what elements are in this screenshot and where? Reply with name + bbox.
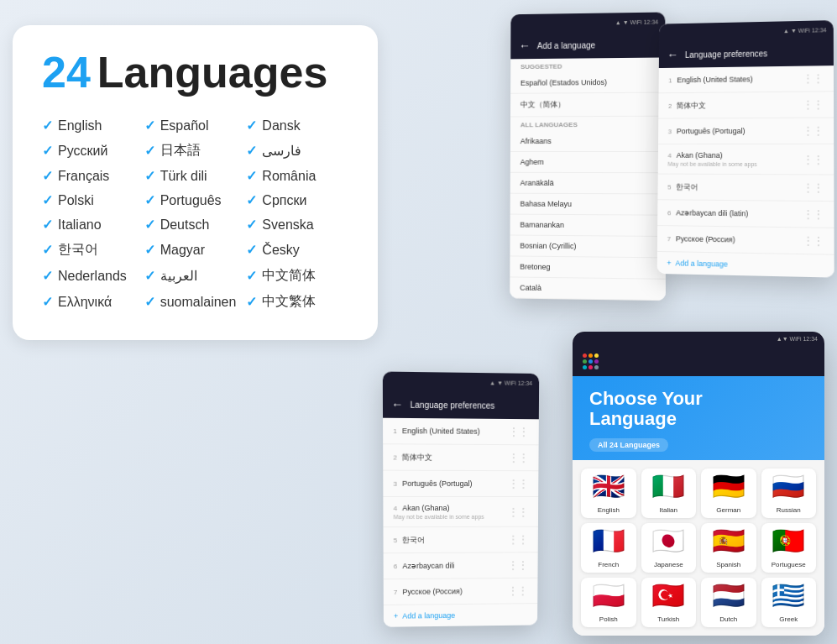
drag-handle[interactable]: ⋮⋮ — [508, 559, 528, 571]
language-name: Türk dili — [160, 169, 207, 184]
add-lang-item[interactable]: Afrikaans — [510, 131, 666, 152]
add-lang-item[interactable]: Aranäkälä — [510, 173, 666, 195]
language-name: 日本語 — [160, 142, 201, 160]
flag-card[interactable]: 🇬🇷 Greek — [761, 578, 817, 627]
language-name: العربية — [160, 268, 197, 284]
check-icon: ✓ — [144, 242, 155, 258]
flag-label: Spanish — [716, 561, 740, 568]
lang-pref-item[interactable]: 3Português (Portugal) ⋮⋮ — [658, 118, 834, 145]
flag-label: French — [598, 561, 619, 568]
add-lang-item[interactable]: Bamanankan — [510, 215, 666, 237]
bottom-screenshots: ▲ ▼ WiFi 12:34 ← Language preferences 1E… — [367, 291, 837, 644]
drag-handle[interactable]: ⋮⋮ — [803, 235, 824, 248]
add-lang-button2[interactable]: +Add a language — [384, 604, 537, 627]
back-icon2[interactable]: ← — [667, 48, 679, 61]
flag-emoji: 🇮🇹 — [641, 469, 697, 504]
flag-card[interactable]: 🇪🇸 Spanish — [701, 523, 756, 573]
drag-handle[interactable]: ⋮⋮ — [508, 585, 528, 597]
add-lang-button[interactable]: +Add a language — [657, 252, 834, 278]
lang-pref-item[interactable]: 2简体中文 ⋮⋮ — [383, 444, 538, 471]
lang-pref-item[interactable]: 7Русское (Россия) ⋮⋮ — [384, 579, 538, 605]
languages-panel: 24 Languages ✓English✓Español✓Dansk✓Русс… — [13, 25, 378, 340]
check-icon: ✓ — [42, 242, 53, 258]
drag-handle[interactable]: ⋮⋮ — [803, 208, 824, 221]
flag-card[interactable]: 🇵🇱 Polish — [581, 578, 636, 627]
panel-title: 24 Languages — [42, 50, 348, 94]
lang-pref-item[interactable]: 7Русское (Россия) ⋮⋮ — [657, 226, 834, 255]
status-bar-bottom: ▲ ▼ WiFi 12:34 — [383, 372, 539, 393]
language-item: ✓日本語 — [144, 142, 247, 160]
add-lang-item[interactable]: Bosnian (Cyrillic) — [510, 235, 665, 258]
drag-handle[interactable]: ⋮⋮ — [508, 534, 528, 546]
language-item: ✓한국어 — [42, 241, 144, 259]
lang-pref-item[interactable]: 4Akan (Ghana) May not be available in so… — [658, 144, 834, 175]
lang-pref-item[interactable]: 1English (United States) ⋮⋮ — [659, 65, 834, 93]
lang-prefs-body: 1English (United States) ⋮⋮ 2简体中文 ⋮⋮ 3Po… — [657, 65, 834, 278]
flag-card[interactable]: 🇹🇷 Turkish — [641, 578, 697, 627]
check-icon: ✓ — [246, 192, 257, 208]
drag-handle[interactable]: ⋮⋮ — [509, 478, 529, 490]
flag-card[interactable]: 🇳🇱 Dutch — [701, 578, 756, 627]
flag-card[interactable]: 🇷🇺 Russian — [761, 469, 817, 518]
language-item: ✓Svenska — [246, 217, 348, 233]
choose-lang-title: Choose YourLanguage — [589, 389, 808, 429]
drag-handle[interactable]: ⋮⋮ — [803, 181, 824, 193]
choose-language-phone: ▲▼ WiFi 12:34 Choose YourLanguage All 24… — [573, 332, 824, 636]
language-item: ✓Česky — [246, 241, 348, 259]
language-name: Español — [160, 118, 209, 134]
lang-prefs-body-bottom: 1English (United States) ⋮⋮ 2简体中文 ⋮⋮ 3Po… — [383, 418, 539, 627]
drag-handle[interactable]: ⋮⋮ — [509, 426, 529, 437]
drag-handle[interactable]: ⋮⋮ — [803, 72, 823, 84]
add-lang-item[interactable]: Bahasa Melayu — [510, 194, 666, 216]
check-icon: ✓ — [246, 217, 257, 233]
lang-prefs-phone-bottom: ▲ ▼ WiFi 12:34 ← Language preferences 1E… — [383, 372, 539, 627]
flag-card[interactable]: 🇵🇹 Portuguese — [761, 523, 817, 573]
add-lang-item[interactable]: 中文（简体） — [510, 93, 666, 118]
language-name: 中文简体 — [262, 267, 316, 285]
flag-card[interactable]: 🇬🇧 English — [581, 469, 636, 518]
flag-card[interactable]: 🇩🇪 German — [701, 469, 756, 518]
lang-pref-item[interactable]: 1English (United States) ⋮⋮ — [383, 418, 539, 446]
back-icon[interactable]: ← — [519, 39, 531, 52]
lang-pref-item[interactable]: 3Português (Portugal) ⋮⋮ — [383, 471, 538, 497]
language-item: ✓العربية — [144, 267, 247, 285]
language-name: Русский — [58, 144, 107, 159]
add-lang-item[interactable]: Bretoneg — [510, 256, 666, 279]
lang-pref-item[interactable]: 2简体中文 ⋮⋮ — [658, 92, 834, 118]
check-icon: ✓ — [144, 118, 155, 134]
flag-emoji: 🇬🇷 — [761, 578, 817, 613]
language-name: România — [262, 169, 316, 184]
language-item: ✓Dansk — [246, 118, 348, 134]
language-name: Nederlands — [58, 269, 127, 284]
drag-handle[interactable]: ⋮⋮ — [803, 154, 824, 165]
flag-card[interactable]: 🇫🇷 French — [581, 523, 636, 573]
lang-prefs-title-bottom: Language preferences — [411, 400, 495, 410]
lang-pref-item[interactable]: 6Azərbaycan dili ⋮⋮ — [384, 552, 538, 579]
flag-card[interactable]: 🇯🇵 Japanese — [641, 523, 697, 573]
language-name: فارسی — [262, 143, 301, 159]
flag-card[interactable]: 🇮🇹 Italian — [641, 469, 697, 518]
check-icon: ✓ — [246, 294, 257, 310]
drag-handle[interactable]: ⋮⋮ — [509, 452, 529, 463]
lang-pref-item[interactable]: 5한국어 ⋮⋮ — [657, 175, 834, 202]
language-item: ✓中文繁体 — [246, 293, 348, 311]
language-name: Dansk — [262, 118, 300, 134]
drag-handle[interactable]: ⋮⋮ — [803, 98, 823, 110]
flag-label: Turkish — [657, 615, 679, 623]
all-24-badge[interactable]: All 24 Languages — [589, 438, 668, 452]
lang-pref-item[interactable]: 6Azərbaycan dili (latin) ⋮⋮ — [657, 200, 834, 228]
add-lang-item[interactable]: Español (Estados Unidos) — [510, 71, 665, 93]
flag-emoji: 🇹🇷 — [641, 578, 697, 613]
lang-pref-item[interactable]: 4Akan (Ghana) May not be available in so… — [383, 497, 538, 527]
language-item: ✓România — [246, 168, 348, 184]
drag-handle[interactable]: ⋮⋮ — [803, 125, 823, 137]
language-item: ✓Español — [144, 118, 247, 134]
back-icon3[interactable]: ← — [391, 397, 403, 411]
add-lang-item[interactable]: Aghem — [510, 152, 666, 173]
language-item: ✓Српски — [246, 192, 348, 208]
add-lang-body: Suggested Español (Estados Unidos) 中文（简体… — [510, 57, 666, 301]
flags-grid: 🇬🇧 English 🇮🇹 Italian 🇩🇪 German 🇷🇺 Russi… — [573, 460, 824, 636]
flag-emoji: 🇯🇵 — [641, 523, 697, 558]
lang-pref-item[interactable]: 5한국어 ⋮⋮ — [383, 527, 537, 554]
drag-handle[interactable]: ⋮⋮ — [509, 505, 529, 517]
